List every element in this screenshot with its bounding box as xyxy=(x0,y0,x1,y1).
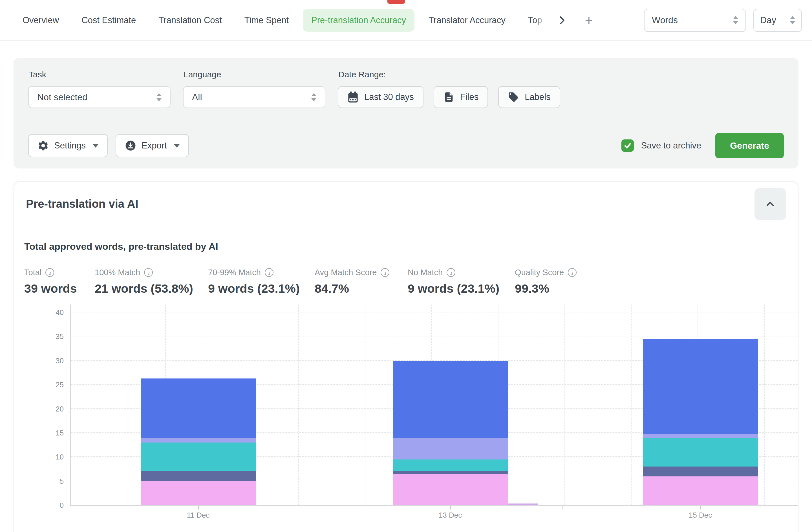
select-arrows-icon xyxy=(733,16,738,24)
recording-indicator xyxy=(387,0,405,4)
x-gridline xyxy=(298,305,299,505)
tab-translation-cost[interactable]: Translation Cost xyxy=(158,15,222,25)
x-gridline xyxy=(564,305,565,505)
date-range-label: Date Range: xyxy=(338,70,560,79)
task-filter-group: Task Not selected xyxy=(28,70,171,108)
bar-segment[interactable] xyxy=(141,471,256,481)
select-arrows-icon xyxy=(790,16,795,24)
save-to-archive-checkbox[interactable] xyxy=(621,139,634,152)
stat-value: 21 words (53.8%) xyxy=(95,282,208,295)
y-tick-label: 15 xyxy=(56,429,64,437)
report-filter-panel: Task Not selected Language All Date Rang… xyxy=(14,58,798,168)
export-button-label: Export xyxy=(142,141,167,151)
bar-segment[interactable] xyxy=(393,474,508,505)
tab-translator-accuracy[interactable]: Translator Accuracy xyxy=(429,15,506,25)
tab-overview[interactable]: Overview xyxy=(23,15,59,25)
bar-segment[interactable] xyxy=(393,361,508,438)
tab-cost-estimate[interactable]: Cost Estimate xyxy=(82,15,136,25)
summary-stats: Totali 39 words 100% Matchi 21 words (53… xyxy=(24,268,788,295)
language-select-value: All xyxy=(192,92,202,102)
stat-100-match: 100% Matchi 21 words (53.8%) xyxy=(95,268,208,295)
y-tick-label: 20 xyxy=(56,405,64,414)
bar-segment[interactable] xyxy=(141,378,256,438)
export-button[interactable]: Export xyxy=(116,134,189,157)
chevron-right-icon[interactable] xyxy=(556,15,568,26)
y-tick-label: 30 xyxy=(56,356,64,365)
language-filter-group: Language All xyxy=(183,70,325,108)
stat-label: No Match xyxy=(408,268,443,277)
x-tick xyxy=(198,506,199,509)
y-gridline xyxy=(71,312,798,312)
bar-segment[interactable] xyxy=(393,438,508,460)
language-select[interactable]: All xyxy=(183,86,325,108)
settings-button[interactable]: Settings xyxy=(28,134,108,157)
x-axis-date-label: 15 Dec xyxy=(689,511,712,520)
x-tick xyxy=(631,506,631,509)
unit-select[interactable]: Words xyxy=(644,9,746,32)
x-axis-date-label: 11 Dec xyxy=(187,511,209,520)
labels-button-label: Labels xyxy=(525,92,550,102)
info-icon[interactable]: i xyxy=(144,268,153,277)
collapse-button[interactable] xyxy=(754,188,786,220)
stat-value: 9 words (23.1%) xyxy=(408,282,515,295)
add-tab-icon[interactable]: + xyxy=(585,14,593,27)
y-gridline xyxy=(71,336,798,336)
stat-label: Total xyxy=(24,268,41,277)
generate-button[interactable]: Generate xyxy=(715,133,784,158)
info-icon[interactable]: i xyxy=(447,268,455,277)
bar-segment[interactable] xyxy=(643,339,758,434)
stat-quality-score: Quality Scorei 99.3% xyxy=(515,268,577,295)
stat-label: 70-99% Match xyxy=(208,268,261,277)
y-axis-labels: 0510152025303540 xyxy=(24,305,64,506)
caret-down-icon xyxy=(92,144,99,148)
calendar-icon xyxy=(347,91,359,103)
tag-icon xyxy=(508,92,519,103)
y-tick-label: 35 xyxy=(56,332,64,341)
bar-segment[interactable] xyxy=(643,476,758,505)
tab-top-overflow[interactable]: Top xyxy=(528,15,549,25)
stat-total: Totali 39 words xyxy=(24,268,95,295)
date-range-value: Last 30 days xyxy=(364,92,414,102)
pre-translation-card: Pre-translation via AI Total approved wo… xyxy=(14,181,798,532)
x-tick xyxy=(563,506,563,509)
files-button[interactable]: Files xyxy=(434,86,488,108)
bar-segment[interactable] xyxy=(141,481,256,505)
task-select[interactable]: Not selected xyxy=(28,86,171,108)
x-gridline xyxy=(365,305,365,505)
stat-label: Quality Score xyxy=(515,268,564,277)
period-select[interactable]: Day xyxy=(753,9,802,32)
stat-no-match: No Matchi 9 words (23.1%) xyxy=(408,268,515,295)
tab-time-spent[interactable]: Time Spent xyxy=(244,15,289,25)
bar-segment[interactable] xyxy=(643,438,758,466)
task-select-value: Not selected xyxy=(37,92,87,102)
top-selects: Words Day xyxy=(644,9,802,32)
info-icon[interactable]: i xyxy=(381,268,389,277)
x-tick xyxy=(450,506,451,509)
date-range-button[interactable]: Last 30 days xyxy=(338,86,423,108)
info-icon[interactable]: i xyxy=(265,268,274,277)
x-axis-date-label: 13 Dec xyxy=(439,511,462,520)
bar-segment[interactable] xyxy=(643,434,758,438)
bar-segment[interactable] xyxy=(393,460,508,472)
bar-segment[interactable] xyxy=(393,471,508,474)
save-to-archive-label[interactable]: Save to archive xyxy=(641,141,701,151)
files-button-label: Files xyxy=(460,92,478,102)
caret-down-icon xyxy=(174,144,180,148)
stacked-bar-chart: 0510152025303540 11 Dec13 Dec15 Dec xyxy=(24,305,788,530)
x-gridline xyxy=(764,305,765,505)
chevron-up-icon xyxy=(764,198,777,211)
bar-segment[interactable] xyxy=(141,443,256,471)
check-icon xyxy=(623,141,632,150)
period-select-value: Day xyxy=(760,15,776,25)
bar-segment[interactable] xyxy=(141,438,256,443)
report-tabs-bar: Overview Cost Estimate Translation Cost … xyxy=(0,0,812,41)
stat-value: 9 words (23.1%) xyxy=(208,282,315,295)
tab-pre-translation-accuracy[interactable]: Pre-translation Accuracy xyxy=(303,9,415,32)
labels-button[interactable]: Labels xyxy=(498,86,560,108)
info-icon[interactable]: i xyxy=(568,268,577,277)
info-icon[interactable]: i xyxy=(45,268,54,277)
stat-value: 84.7% xyxy=(315,282,408,295)
file-icon xyxy=(443,92,454,103)
bar-segment[interactable] xyxy=(643,466,758,476)
y-tick-label: 10 xyxy=(56,453,64,461)
